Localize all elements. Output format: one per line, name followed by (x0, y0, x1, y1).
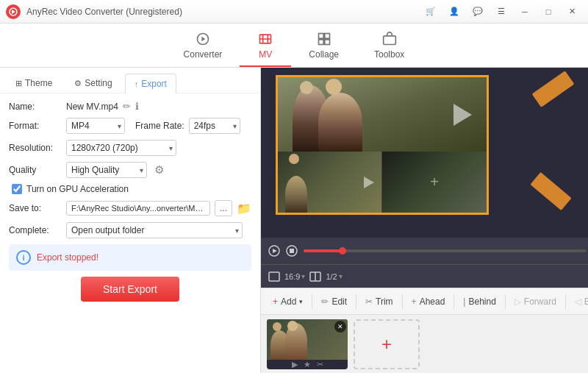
play-mini-icon[interactable]: ▶ (292, 360, 298, 369)
media-strip: ✕ 00:00 ▶ ★ ✂ + (261, 314, 588, 373)
tab-collage[interactable]: Collage (291, 26, 356, 67)
svg-rect-5 (318, 34, 323, 39)
sub-tab-export[interactable]: ↑ Export (125, 74, 176, 93)
gpu-checkbox[interactable] (12, 184, 22, 194)
add-clip-icon: + (430, 174, 439, 191)
left-panel: ⊞ Theme ⚙ Setting ↑ Export Name: New MV.… (0, 68, 261, 373)
svg-rect-6 (324, 34, 329, 39)
framerate-label: Frame Rate: (135, 121, 184, 131)
play-btn[interactable] (268, 245, 280, 257)
trim-button[interactable]: ✂ Trim (359, 294, 399, 310)
tape-decoration-bl (530, 172, 571, 210)
format-select[interactable]: MP4MOVAVI (66, 118, 125, 134)
res-select-wrapper: 1280x720 (720p)1920x1080 (1080p) (66, 140, 176, 156)
profile-icon[interactable]: 👤 (444, 4, 465, 19)
toolbar-separator-6 (565, 294, 566, 309)
zoom-wrap: 1/2 ▾ (326, 272, 342, 281)
tab-converter[interactable]: Converter (166, 26, 240, 67)
aspect-ratio-wrap: 16:9 ▾ (284, 272, 305, 281)
complete-select[interactable]: Open output folderDo nothing (66, 222, 243, 238)
gear-icon: ⚙ (74, 79, 82, 88)
control-row2: 16:9 ▾ 1/2 ▾ Start Export (261, 264, 588, 288)
right-panel: + 00:00:03.03/00:00:20.13 🔊 (261, 68, 588, 373)
sub-tab-theme[interactable]: ⊞ Theme (6, 74, 62, 93)
mv-scene: + (278, 77, 487, 213)
add-chevron-icon: ▾ (299, 298, 303, 305)
chevron-down-icon: ▾ (301, 272, 305, 280)
quality-gear-icon[interactable]: ⚙ (154, 163, 164, 177)
gpu-label: Turn on GPU Acceleration (26, 184, 129, 194)
folder-icon[interactable]: 📁 (237, 202, 251, 216)
forward-button[interactable]: ▷ Forward (509, 294, 562, 310)
format-select-wrapper: MP4MOVAVI (66, 118, 125, 134)
maximize-btn[interactable]: □ (538, 4, 559, 19)
start-export-button[interactable]: Start Export (81, 277, 179, 302)
tab-mv[interactable]: MV (240, 26, 291, 67)
settings-form: Name: New MV.mp4 ✏ ℹ Format: MP4MOVAVI F… (0, 93, 260, 373)
toolbar-separator-3 (402, 294, 403, 309)
complete-label: Complete: (9, 225, 62, 235)
info-circle-icon: i (16, 250, 31, 265)
edit-name-icon[interactable]: ✏ (123, 101, 131, 112)
export-stopped-text: Export stopped! (37, 252, 98, 263)
add-media-btn[interactable]: + (354, 319, 420, 369)
complete-row: Complete: Open output folderDo nothing (9, 222, 251, 238)
name-value: New MV.mp4 (66, 102, 118, 112)
close-btn[interactable]: ✕ (562, 4, 582, 19)
behind-button[interactable]: | Behind (457, 294, 502, 310)
progress-knob[interactable] (339, 247, 346, 255)
sub-tab-setting[interactable]: ⚙ Setting (65, 74, 121, 93)
add-button[interactable]: + Add ▾ (267, 294, 309, 310)
info-icon[interactable]: ℹ (135, 101, 139, 112)
behind-icon: | (463, 296, 465, 307)
app-logo (6, 4, 21, 19)
edit-icon: ✏ (321, 296, 329, 307)
export-icon: ↑ (135, 79, 139, 88)
edit-button[interactable]: ✏ Edit (315, 294, 353, 310)
svg-rect-14 (269, 272, 279, 281)
progress-bar[interactable] (304, 249, 587, 252)
mv-frame: + (276, 75, 489, 215)
scissors-mini-icon[interactable]: ✂ (317, 360, 323, 369)
cart-icon[interactable]: 🛒 (420, 4, 441, 19)
stop-btn[interactable] (286, 245, 298, 257)
tape-decoration-tl (532, 71, 575, 107)
video-preview: + (261, 68, 588, 238)
control-row2-left: 16:9 ▾ 1/2 ▾ (268, 271, 343, 282)
chevron-zoom-icon: ▾ (339, 272, 343, 280)
save-path-input[interactable] (66, 201, 210, 216)
browse-btn[interactable]: ... (215, 200, 232, 216)
svg-rect-9 (383, 36, 395, 45)
ahead-icon: + (412, 296, 417, 307)
mv-scene-bottom: + (278, 152, 487, 213)
fps-select[interactable]: 24fps30fps60fps (189, 118, 240, 134)
svg-rect-13 (290, 249, 294, 253)
name-label: Name: (9, 102, 62, 112)
window-controls: 🛒 👤 💬 ☰ ─ □ ✕ (420, 4, 582, 19)
resolution-select[interactable]: 1280x720 (720p)1920x1080 (1080p) (66, 140, 176, 156)
quality-select-wrapper: High QualityStandard Quality (66, 162, 147, 178)
backward-icon: ◁ (575, 296, 581, 307)
playback-controls: 00:00:03.03/00:00:20.13 🔊 (261, 238, 588, 264)
star-mini-icon[interactable]: ★ (304, 360, 311, 369)
toolbar-separator-4 (453, 294, 454, 309)
layout-icon (309, 271, 321, 282)
toolbar-separator-5 (505, 294, 506, 309)
main-content: ⊞ Theme ⚙ Setting ↑ Export Name: New MV.… (0, 68, 588, 373)
quality-select[interactable]: High QualityStandard Quality (66, 162, 147, 178)
sub-tabs: ⊞ Theme ⚙ Setting ↑ Export (0, 68, 260, 93)
chat-icon[interactable]: 💬 (467, 4, 488, 19)
tab-toolbox[interactable]: Toolbox (356, 26, 422, 67)
menu-icon[interactable]: ☰ (491, 4, 512, 19)
svg-marker-3 (201, 37, 205, 42)
svg-rect-8 (324, 40, 329, 45)
minimize-btn[interactable]: ─ (514, 4, 535, 19)
ahead-button[interactable]: + Ahead (406, 294, 451, 310)
toolbar-separator-1 (312, 294, 312, 309)
svg-rect-7 (318, 40, 323, 45)
fps-select-wrapper: 24fps30fps60fps (189, 118, 240, 134)
quality-row: Quality High QualityStandard Quality ⚙ (9, 162, 251, 178)
remove-clip-btn[interactable]: ✕ (334, 321, 346, 333)
name-row: Name: New MV.mp4 ✏ ℹ (9, 101, 251, 112)
backward-button[interactable]: ◁ Backward (569, 294, 588, 310)
